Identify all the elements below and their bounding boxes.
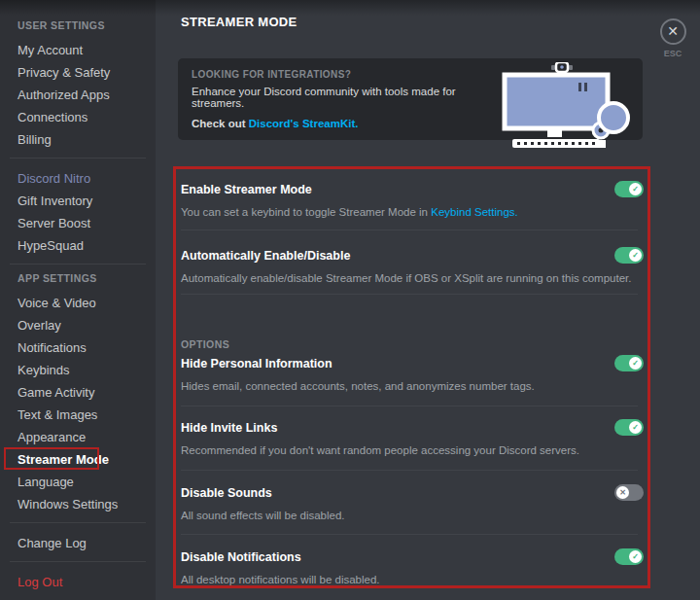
discord-settings-window: USER SETTINGS My Account Privacy & Safet… — [0, 0, 700, 600]
esc-label: ESC — [653, 49, 692, 58]
toggle-knob — [629, 357, 642, 370]
divider — [181, 229, 638, 230]
sidebar-item-authorized-apps[interactable]: Authorized Apps — [0, 83, 156, 105]
sidebar-item-windows-settings[interactable]: Windows Settings — [0, 492, 156, 514]
streaming-setup-illustration — [497, 62, 633, 156]
toggle-hide-invite-links[interactable] — [614, 419, 644, 436]
toggle-knob — [629, 550, 642, 563]
setting-row-hide-personal-information: Hide Personal Information Hides email, c… — [181, 357, 644, 392]
setting-description: Recommended if you don't want random peo… — [181, 444, 644, 456]
setting-description: You can set a keybind to toggle Streamer… — [181, 206, 644, 218]
sidebar-section-app-settings: APP SETTINGS — [18, 272, 156, 284]
sidebar-item-overlay[interactable]: Overlay — [0, 313, 156, 335]
sidebar-item-streamer-mode[interactable]: Streamer Mode — [0, 447, 156, 470]
sidebar-item-connections[interactable]: Connections — [0, 105, 156, 127]
integrations-banner: LOOKING FOR INTEGRATIONS? Enhance your D… — [178, 58, 643, 140]
setting-title: Enable Streamer Mode — [181, 183, 644, 196]
sidebar-item-text-images[interactable]: Text & Images — [0, 403, 156, 425]
divider — [181, 406, 638, 406]
banner-description: Enhance your Discord community with tool… — [192, 86, 503, 109]
setting-description: All desktop notifications will be disabl… — [181, 574, 644, 585]
sidebar-item-my-account[interactable]: My Account — [0, 38, 156, 60]
sidebar-item-change-log[interactable]: Change Log — [0, 531, 156, 553]
sidebar-item-language[interactable]: Language — [0, 470, 156, 492]
toggle-knob — [629, 183, 642, 195]
divider — [181, 470, 638, 471]
toggle-knob — [616, 486, 629, 499]
sidebar-item-server-boost[interactable]: Server Boost — [0, 211, 156, 233]
sidebar-item-discord-nitro[interactable]: Discord Nitro — [0, 166, 156, 189]
sidebar-item-gift-inventory[interactable]: Gift Inventory — [0, 189, 156, 211]
sidebar-item-label: Streamer Mode — [18, 452, 109, 467]
sidebar-item-billing[interactable]: Billing — [0, 127, 156, 150]
sidebar-item-privacy-safety[interactable]: Privacy & Safety — [0, 60, 156, 83]
close-icon: ✕ — [667, 23, 679, 39]
sidebar-item-log-out[interactable]: Log Out — [0, 570, 156, 592]
setting-title: Disable Notifications — [181, 550, 644, 564]
sidebar-item-keybinds[interactable]: Keybinds — [0, 358, 156, 380]
setting-row-enable-streamer-mode: Enable Streamer Mode You can set a keybi… — [181, 183, 644, 218]
sidebar-divider — [10, 264, 146, 265]
settings-sidebar: USER SETTINGS My Account Privacy & Safet… — [0, 0, 156, 600]
close-control: ✕ ESC — [653, 18, 692, 58]
streamer-mode-panel: STREAMER MODE ✕ ESC LOOKING FOR INTEGRAT… — [156, 0, 700, 600]
toggle-auto-enable-disable[interactable] — [614, 247, 644, 264]
sidebar-item-game-activity[interactable]: Game Activity — [0, 380, 156, 403]
page-title: STREAMER MODE — [181, 15, 297, 29]
setting-description: Automatically enable/disable Streamer Mo… — [181, 272, 644, 284]
options-section-header: OPTIONS — [181, 338, 229, 350]
streamkit-link[interactable]: Discord's StreamKit. — [249, 118, 359, 129]
setting-description: All sound effects will be disabled. — [181, 510, 644, 521]
sidebar-item-voice-video[interactable]: Voice & Video — [0, 291, 156, 313]
setting-title: Automatically Enable/Disable — [181, 249, 644, 263]
banner-cta-prefix: Check out — [192, 118, 249, 129]
sidebar-section-user-settings: USER SETTINGS — [18, 19, 156, 31]
toggle-disable-notifications[interactable] — [614, 548, 644, 565]
sidebar-divider — [10, 522, 146, 523]
setting-row-auto-enable-disable: Automatically Enable/Disable Automatical… — [181, 249, 644, 284]
setting-row-disable-notifications: Disable Notifications All desktop notifi… — [181, 550, 644, 585]
setting-row-hide-invite-links: Hide Invite Links Recommended if you don… — [181, 421, 644, 456]
toggle-knob — [629, 421, 642, 434]
sidebar-divider — [10, 561, 146, 562]
divider — [181, 294, 638, 295]
toggle-knob — [629, 249, 642, 262]
toggle-hide-personal-information[interactable] — [614, 355, 644, 371]
sidebar-item-notifications[interactable]: Notifications — [0, 335, 156, 358]
setting-title: Hide Personal Information — [181, 357, 644, 371]
toggle-enable-streamer-mode[interactable] — [614, 181, 644, 197]
close-button[interactable]: ✕ — [660, 18, 686, 45]
keybind-settings-link[interactable]: Keybind Settings. — [431, 206, 518, 218]
setting-row-disable-sounds: Disable Sounds All sound effects will be… — [181, 486, 644, 521]
setting-description: Hides email, connected accounts, notes, … — [181, 380, 644, 392]
toggle-disable-sounds[interactable] — [614, 484, 644, 501]
setting-title: Hide Invite Links — [181, 421, 644, 435]
divider — [181, 534, 638, 535]
setting-title: Disable Sounds — [181, 486, 644, 500]
sidebar-divider — [10, 158, 146, 159]
sidebar-item-appearance[interactable]: Appearance — [0, 425, 156, 447]
sidebar-item-hypesquad[interactable]: HypeSquad — [0, 233, 156, 256]
